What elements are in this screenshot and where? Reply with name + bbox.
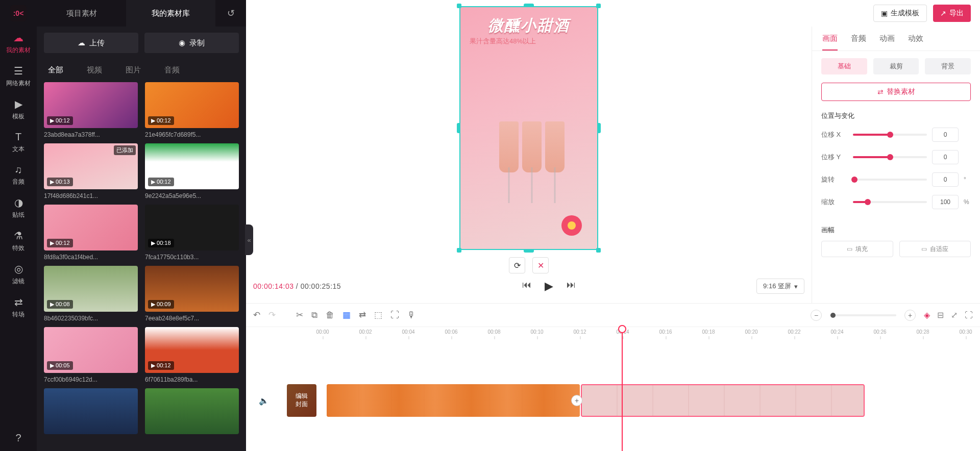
rail-item-1[interactable]: ☰网络素材 xyxy=(0,60,37,93)
app-logo[interactable]: :0< xyxy=(0,0,37,27)
duration-badge: ▶ 00:09 xyxy=(148,300,174,309)
rail-item-5[interactable]: ◑贴纸 xyxy=(0,191,37,224)
media-item[interactable]: ▶ 00:097eeab248e8ef5c7... xyxy=(145,266,239,322)
timeline-clip-1[interactable] xyxy=(327,384,580,417)
media-item[interactable]: ▶ 00:128fd8a3f0ca1f4bed... xyxy=(44,205,138,261)
rail-label: 转场 xyxy=(0,310,37,319)
media-item[interactable]: ▶ 00:1223abd8eaa7a378ff... xyxy=(44,82,138,138)
media-item[interactable]: ▶ 00:1221e4965fc7d689f5... xyxy=(145,82,239,138)
resize-handle-br[interactable] xyxy=(596,248,601,253)
offset-x-slider[interactable] xyxy=(853,134,927,136)
swap-button[interactable]: ⇄ xyxy=(359,310,366,320)
media-item[interactable]: ▶ 00:057ccf00b6949c12d... xyxy=(44,327,138,383)
edit-cover-button[interactable]: 编辑 封面 xyxy=(287,384,316,417)
rail-item-7[interactable]: ◎滤镜 xyxy=(0,258,37,291)
rail-item-0[interactable]: ☁我的素材 xyxy=(0,27,37,60)
prop-tab-画面[interactable]: 画面 xyxy=(822,34,838,51)
scale-unit: % xyxy=(964,198,971,206)
redo-button[interactable]: ↷ xyxy=(268,310,276,320)
offset-y-slider[interactable] xyxy=(853,156,927,158)
timeline-view-icon-0[interactable]: ◈ xyxy=(924,310,930,320)
next-frame-button[interactable]: ⏭ xyxy=(567,280,576,293)
rail-item-8[interactable]: ⇄转场 xyxy=(0,291,37,324)
media-item[interactable]: ▶ 00:126f70611ba289fba... xyxy=(145,327,239,383)
zoom-in-button[interactable]: + xyxy=(904,310,916,321)
undo-button[interactable]: ↶ xyxy=(253,310,260,320)
resize-handle-right[interactable] xyxy=(597,123,601,133)
refresh-canvas-button[interactable]: ⟳ xyxy=(509,257,525,273)
prop-tab-动画[interactable]: 动画 xyxy=(879,34,895,51)
zoom-out-button[interactable]: − xyxy=(811,310,822,321)
scale-input[interactable]: 100 xyxy=(932,195,959,209)
voiceover-button[interactable]: 🎙 xyxy=(407,310,416,320)
frame-fill-button[interactable]: ▭填充 xyxy=(821,241,893,257)
record-button[interactable]: ◉录制 xyxy=(144,33,239,53)
frame-fit-button[interactable]: ▭自适应 xyxy=(899,241,971,257)
aspect-ratio-select[interactable]: 9:16 竖屏▾ xyxy=(756,279,804,294)
media-item[interactable]: ▶ 00:129e2242a5a5e96e5... xyxy=(145,143,239,199)
resize-handle-tr[interactable] xyxy=(596,4,601,8)
zoom-slider[interactable] xyxy=(830,314,896,316)
rail-item-4[interactable]: ♫音频 xyxy=(0,159,37,191)
expand-button[interactable]: ⛶ xyxy=(390,310,399,320)
replace-media-button[interactable]: ⇄替换素材 xyxy=(821,83,971,101)
subtab-裁剪[interactable]: 裁剪 xyxy=(873,58,919,74)
generate-template-button[interactable]: ▣生成模板 xyxy=(873,5,927,22)
subtab-基础[interactable]: 基础 xyxy=(821,58,867,74)
delete-clip-button[interactable]: 🗑 xyxy=(326,310,334,320)
rail-icon: ☰ xyxy=(0,65,37,77)
crop-button[interactable]: ⬚ xyxy=(374,310,382,320)
filter-全部[interactable]: 全部 xyxy=(44,63,67,77)
resize-handle-left[interactable] xyxy=(457,123,460,133)
prop-tab-音频[interactable]: 音频 xyxy=(851,34,866,51)
upload-button[interactable]: ☁上传 xyxy=(44,33,138,53)
rail-item-3[interactable]: T文本 xyxy=(0,126,37,159)
duration-badge: ▶ 00:12 xyxy=(148,361,174,370)
tab-my-library[interactable]: 我的素材库 xyxy=(126,0,215,27)
rotation-input[interactable]: 0 xyxy=(932,172,959,187)
offset-x-input[interactable]: 0 xyxy=(932,128,959,142)
filter-音频[interactable]: 音频 xyxy=(160,63,184,77)
resize-handle-tl[interactable] xyxy=(457,4,461,8)
rotation-slider[interactable] xyxy=(853,179,927,181)
offset-y-input[interactable]: 0 xyxy=(932,150,959,164)
history-button[interactable]: ↺ xyxy=(215,0,246,27)
timeline-view-icon-1[interactable]: ⊟ xyxy=(937,310,944,320)
scale-slider[interactable] xyxy=(853,201,927,203)
play-button[interactable]: ▶ xyxy=(545,280,553,293)
prev-frame-button[interactable]: ⏮ xyxy=(522,280,531,293)
playhead[interactable] xyxy=(622,327,623,451)
preview-canvas[interactable]: 微醺小甜酒 果汁含量高达48%以上 xyxy=(459,6,598,250)
marker-button[interactable]: ▦ xyxy=(342,310,351,320)
subtab-背景[interactable]: 背景 xyxy=(925,58,971,74)
media-item[interactable]: ▶ 00:187fca17750c110b3... xyxy=(145,205,239,261)
tab-project-media[interactable]: 项目素材 xyxy=(37,0,126,27)
ruler-tick: 00:10 xyxy=(530,329,543,335)
rail-item-2[interactable]: ▶模板 xyxy=(0,93,37,126)
track-mute-button[interactable]: 🔈 xyxy=(246,396,282,406)
copy-button[interactable]: ⧉ xyxy=(311,310,317,320)
filter-图片[interactable]: 图片 xyxy=(121,63,145,77)
media-item[interactable]: ▶ 00:088b4602235039bfc... xyxy=(44,266,138,322)
prop-tab-动效[interactable]: 动效 xyxy=(908,34,923,51)
filter-视频[interactable]: 视频 xyxy=(83,63,106,77)
export-button[interactable]: ↗导出 xyxy=(933,5,971,22)
media-filename: 7fca17750c110b3... xyxy=(145,254,239,261)
resize-handle-top[interactable] xyxy=(524,4,534,7)
delete-canvas-button[interactable]: ✕ xyxy=(532,257,549,273)
ruler-tick: 00:06 xyxy=(445,329,457,335)
media-item[interactable] xyxy=(44,388,138,437)
ruler-tick: 00:26 xyxy=(873,329,886,335)
media-item[interactable]: ▶ 00:13已添加17f48d686b241c1... xyxy=(44,143,138,199)
resize-handle-bl[interactable] xyxy=(457,248,461,253)
media-item[interactable] xyxy=(145,388,239,437)
timeline-view-icon-2[interactable]: ⤢ xyxy=(951,310,958,320)
timeline-clip-2[interactable] xyxy=(581,384,865,417)
split-button[interactable]: ✂ xyxy=(296,310,303,320)
help-button[interactable]: ? xyxy=(0,427,37,451)
record-icon: ◉ xyxy=(179,38,185,47)
resize-handle-bottom[interactable] xyxy=(524,249,534,253)
rail-item-6[interactable]: ⚗特效 xyxy=(0,224,37,258)
add-clip-button[interactable]: + xyxy=(571,395,582,406)
timeline-view-icon-3[interactable]: ⛶ xyxy=(965,311,973,320)
